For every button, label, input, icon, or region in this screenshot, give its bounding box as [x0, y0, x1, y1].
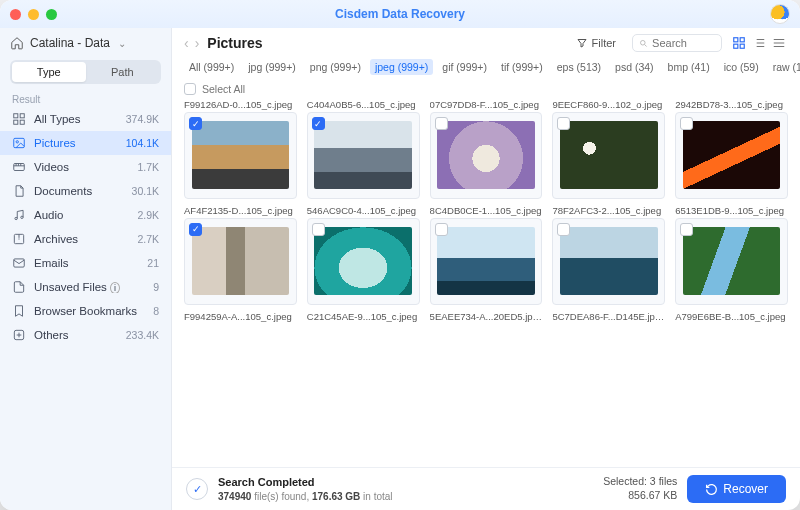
- minimize-window-button[interactable]: [28, 9, 39, 20]
- file-checkbox[interactable]: [189, 223, 202, 236]
- app-title: Cisdem Data Recovery: [335, 7, 465, 21]
- search-box[interactable]: [632, 34, 722, 52]
- svg-point-12: [641, 40, 646, 45]
- select-all-checkbox[interactable]: [184, 83, 196, 95]
- sidebar-item-label: Videos: [34, 161, 129, 173]
- page-title: Pictures: [207, 35, 262, 51]
- sidebar-item-count: 9: [153, 281, 159, 293]
- filter-tag[interactable]: bmp (41): [663, 59, 715, 75]
- filter-tag[interactable]: psd (34): [610, 59, 659, 75]
- nav-arrows: ‹ ›: [184, 35, 199, 51]
- file-thumbnail[interactable]: [307, 218, 420, 305]
- filter-button[interactable]: Filter: [568, 34, 624, 52]
- svg-rect-15: [734, 44, 738, 48]
- sidebar-item-browser-bookmarks[interactable]: Browser Bookmarks8: [0, 299, 171, 323]
- maximize-window-button[interactable]: [46, 9, 57, 20]
- file-thumbnail[interactable]: [552, 218, 665, 305]
- file-checkbox[interactable]: [312, 117, 325, 130]
- search-input[interactable]: [652, 37, 715, 49]
- filter-tag[interactable]: ico (59): [719, 59, 764, 75]
- nav-forward-button[interactable]: ›: [195, 35, 200, 51]
- user-avatar-icon[interactable]: [770, 4, 790, 24]
- breadcrumb[interactable]: Catalina - Data ⌄: [0, 28, 171, 56]
- other-icon: [12, 328, 26, 342]
- sidebar-tabs: Type Path: [10, 60, 161, 84]
- file-thumbnail[interactable]: [430, 218, 543, 305]
- file-name: F994259A-A...105_c.jpeg: [184, 311, 297, 322]
- sidebar-item-videos[interactable]: Videos1.7K: [0, 155, 171, 179]
- svg-rect-10: [14, 259, 25, 267]
- file-thumbnail[interactable]: [552, 112, 665, 199]
- sidebar-item-documents[interactable]: Documents30.1K: [0, 179, 171, 203]
- file-name: 9EECF860-9...102_o.jpeg: [552, 99, 665, 110]
- email-icon: [12, 256, 26, 270]
- sidebar-item-count: 30.1K: [132, 185, 159, 197]
- file-name: 5EAEE734-A...20ED5.jpeg: [430, 311, 543, 322]
- bookmark-icon: [12, 304, 26, 318]
- svg-point-7: [15, 217, 17, 219]
- nav-back-button[interactable]: ‹: [184, 35, 189, 51]
- svg-rect-1: [20, 114, 24, 118]
- filter-tag[interactable]: tif (999+): [496, 59, 548, 75]
- sidebar-item-others[interactable]: Others233.4K: [0, 323, 171, 347]
- sidebar-item-label: All Types: [34, 113, 118, 125]
- tab-type[interactable]: Type: [12, 62, 86, 82]
- file-checkbox[interactable]: [435, 223, 448, 236]
- filter-tag[interactable]: raw (1): [768, 59, 800, 75]
- list-view-button[interactable]: [750, 34, 768, 52]
- recover-button[interactable]: Recover: [687, 475, 786, 503]
- titlebar: Cisdem Data Recovery: [0, 0, 800, 28]
- file-thumbnail[interactable]: [675, 112, 788, 199]
- file-thumbnail[interactable]: [307, 112, 420, 199]
- close-window-button[interactable]: [10, 9, 21, 20]
- status-complete-icon: ✓: [186, 478, 208, 500]
- tab-path[interactable]: Path: [86, 62, 160, 82]
- sidebar-item-all-types[interactable]: All Types374.9K: [0, 107, 171, 131]
- breadcrumb-label: Catalina - Data: [30, 36, 110, 50]
- sidebar: Catalina - Data ⌄ Type Path Result All T…: [0, 28, 172, 510]
- grid-view-button[interactable]: [730, 34, 748, 52]
- sidebar-item-count: 2.9K: [137, 209, 159, 221]
- filter-tag[interactable]: png (999+): [305, 59, 366, 75]
- file-checkbox[interactable]: [435, 117, 448, 130]
- file-thumbnail[interactable]: [184, 218, 297, 305]
- filter-tag[interactable]: jpg (999+): [243, 59, 301, 75]
- search-icon: [639, 38, 648, 49]
- sidebar-item-label: Others: [34, 329, 118, 341]
- file-name: C404A0B5-6...105_c.jpeg: [307, 99, 420, 110]
- file-checkbox[interactable]: [557, 223, 570, 236]
- sidebar-item-emails[interactable]: Emails21: [0, 251, 171, 275]
- file-checkbox[interactable]: [557, 117, 570, 130]
- file-thumbnail[interactable]: [430, 112, 543, 199]
- svg-rect-4: [14, 138, 25, 147]
- file-thumbnail[interactable]: [675, 218, 788, 305]
- file-name: 6513E1DB-9...105_c.jpeg: [675, 205, 788, 216]
- file-checkbox[interactable]: [312, 223, 325, 236]
- file-checkbox[interactable]: [189, 117, 202, 130]
- sidebar-item-pictures[interactable]: Pictures104.1K: [0, 131, 171, 155]
- file-thumbnail[interactable]: [184, 112, 297, 199]
- select-all-label: Select All: [202, 83, 245, 95]
- filter-tag[interactable]: jpeg (999+): [370, 59, 433, 75]
- detail-view-button[interactable]: [770, 34, 788, 52]
- sidebar-item-count: 374.9K: [126, 113, 159, 125]
- sidebar-item-count: 21: [147, 257, 159, 269]
- filter-tag[interactable]: All (999+): [184, 59, 239, 75]
- file-checkbox[interactable]: [680, 117, 693, 130]
- filter-tag[interactable]: eps (513): [552, 59, 606, 75]
- sidebar-item-archives[interactable]: Archives2.7K: [0, 227, 171, 251]
- file-checkbox[interactable]: [680, 223, 693, 236]
- filter-tag[interactable]: gif (999+): [437, 59, 492, 75]
- select-all-row[interactable]: Select All: [172, 80, 800, 99]
- sidebar-item-count: 2.7K: [137, 233, 159, 245]
- file-name: 5C7DEA86-F...D145E.jpeg: [552, 311, 665, 322]
- picture-icon: [12, 136, 26, 150]
- sidebar-item-count: 8: [153, 305, 159, 317]
- sidebar-item-count: 1.7K: [137, 161, 159, 173]
- selection-size: 856.67 KB: [603, 489, 677, 503]
- svg-rect-3: [20, 120, 24, 124]
- sidebar-item-count: 233.4K: [126, 329, 159, 341]
- status-detail: 374940 file(s) found, 176.63 GB in total: [218, 490, 393, 503]
- sidebar-item-audio[interactable]: Audio2.9K: [0, 203, 171, 227]
- sidebar-item-unsaved-files[interactable]: Unsaved Files i9: [0, 275, 171, 299]
